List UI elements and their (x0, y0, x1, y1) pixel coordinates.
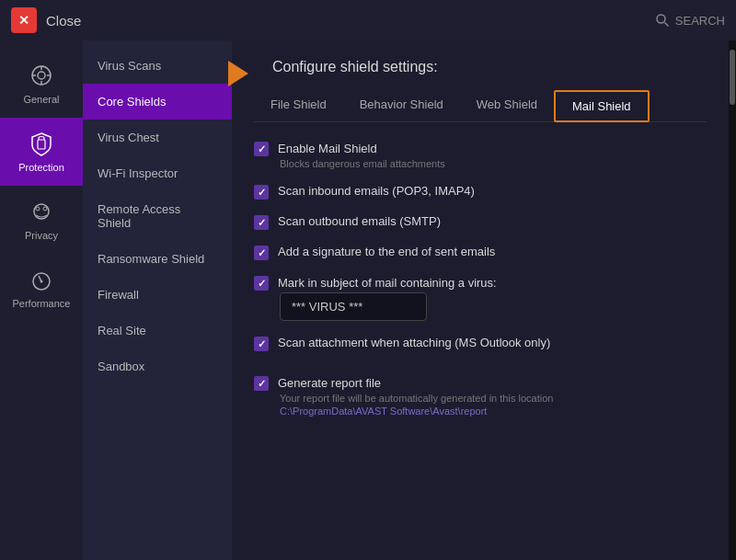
menu-item-core-shields[interactable]: Core Shields (83, 84, 232, 120)
checkbox-add-signature[interactable] (254, 246, 269, 260)
content-area: Configure shield settings: File Shield B… (232, 40, 729, 560)
menu-item-sandbox[interactable]: Sandbox (83, 349, 232, 384)
close-button[interactable]: ✕ (11, 7, 37, 33)
tab-file-shield[interactable]: File Shield (254, 90, 343, 121)
menu-item-virus-chest[interactable]: Virus Chest (83, 120, 232, 155)
setting-mark-subject-main: Mark in subject of mail containing a vir… (254, 275, 497, 291)
setting-add-signature: Add a signature to the end of sent email… (254, 245, 707, 260)
performance-icon (29, 267, 54, 292)
protection-icon (29, 131, 54, 156)
config-title: Configure shield settings: (272, 59, 707, 75)
sidebar-item-protection[interactable]: Protection (0, 118, 83, 186)
scan-inbound-label: Scan inbound emails (POP3, IMAP4) (278, 184, 475, 198)
search-icon (655, 13, 670, 28)
mark-subject-label: Mark in subject of mail containing a vir… (278, 276, 497, 290)
arrow-indicator (228, 61, 248, 86)
menu-item-firewall[interactable]: Firewall (83, 277, 232, 313)
tab-web-shield[interactable]: Web Shield (460, 90, 554, 121)
setting-scan-inbound: Scan inbound emails (POP3, IMAP4) (254, 184, 707, 200)
svg-point-10 (36, 207, 40, 211)
add-signature-label: Add a signature to the end of sent email… (278, 245, 495, 258)
menu-item-real-site[interactable]: Real Site (83, 313, 232, 349)
setting-enable-mail-main: Enable Mail Shield (254, 141, 377, 156)
sidebar-protection-label: Protection (18, 162, 64, 173)
tab-behavior-shield[interactable]: Behavior Shield (343, 90, 460, 121)
privacy-icon (29, 199, 54, 224)
setting-mark-subject: Mark in subject of mail containing a vir… (254, 275, 707, 321)
checkbox-enable-mail[interactable] (254, 142, 269, 156)
generate-report-label: Generate report file (278, 376, 381, 390)
generate-report-sub: Your report file will be automatically g… (280, 393, 553, 404)
main-layout: General Protection Privacy (0, 40, 736, 560)
menu-item-virus-scans[interactable]: Virus Scans (83, 48, 232, 84)
report-path-link[interactable]: C:\ProgramData\AVAST Software\Avast\repo… (280, 406, 487, 417)
right-scrollbar[interactable] (729, 40, 736, 560)
tabs-row: File Shield Behavior Shield Web Shield M… (254, 90, 707, 122)
svg-point-0 (657, 15, 665, 23)
scrollbar-thumb (730, 50, 735, 105)
title-bar: ✕ Close SEARCH (0, 0, 736, 40)
svg-point-3 (38, 72, 45, 79)
sidebar-privacy-label: Privacy (25, 230, 58, 241)
setting-scan-attachment: Scan attachment when attaching (MS Outlo… (254, 336, 707, 351)
sidebar-general-label: General (23, 94, 59, 105)
tab-mail-shield[interactable]: Mail Shield (554, 90, 650, 122)
checkbox-scan-inbound[interactable] (254, 185, 269, 200)
setting-generate-report-main: Generate report file (254, 375, 381, 391)
svg-point-14 (40, 280, 43, 283)
checkbox-generate-report[interactable] (254, 376, 269, 391)
menu-item-wifi-inspector[interactable]: Wi-Fi Inspector (83, 155, 232, 191)
search-label: SEARCH (675, 14, 725, 28)
svg-rect-8 (38, 140, 45, 149)
sidebar-item-privacy[interactable]: Privacy (0, 186, 83, 254)
menu-sidebar: Virus Scans Core Shields Virus Chest Wi-… (83, 40, 232, 560)
svg-point-11 (43, 207, 47, 211)
icon-sidebar: General Protection Privacy (0, 40, 83, 560)
sidebar-item-general[interactable]: General (0, 50, 83, 118)
scan-attachment-label: Scan attachment when attaching (MS Outlo… (278, 336, 550, 349)
sidebar-item-performance[interactable]: Performance (0, 254, 83, 322)
general-icon (29, 63, 54, 88)
sidebar-performance-label: Performance (13, 298, 71, 309)
setting-scan-outbound: Scan outbound emails (SMTP) (254, 214, 707, 230)
svg-line-1 (664, 23, 668, 27)
scan-outbound-label: Scan outbound emails (SMTP) (278, 214, 441, 228)
menu-item-remote-access[interactable]: Remote Access Shield (83, 191, 232, 241)
enable-mail-label: Enable Mail Shield (278, 142, 377, 155)
menu-item-ransomware[interactable]: Ransomware Shield (83, 241, 232, 277)
setting-generate-report: Generate report file Your report file wi… (254, 375, 707, 417)
virus-subject-input[interactable] (280, 292, 427, 321)
search-area[interactable]: SEARCH (655, 13, 725, 28)
window-title: Close (46, 13, 81, 29)
checkbox-scan-outbound[interactable] (254, 215, 269, 230)
enable-mail-sub: Blocks dangerous email attachments (280, 158, 445, 169)
title-bar-left: ✕ Close (11, 7, 81, 33)
checkbox-mark-subject[interactable] (254, 276, 269, 291)
checkbox-scan-attachment[interactable] (254, 337, 269, 351)
setting-enable-mail: Enable Mail Shield Blocks dangerous emai… (254, 141, 707, 169)
